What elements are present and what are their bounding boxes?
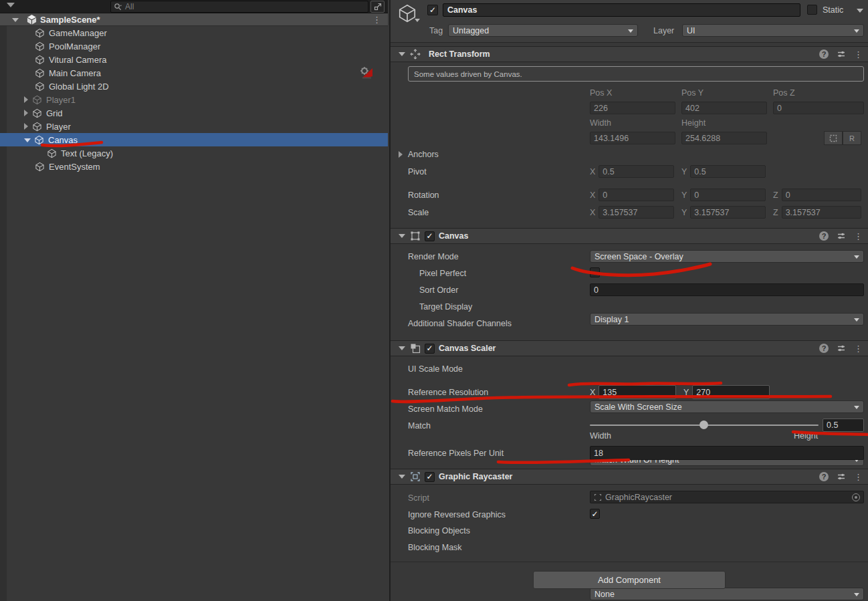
object-picker-icon[interactable]: [852, 493, 860, 501]
pixel-perfect-checkbox[interactable]: [590, 267, 600, 277]
sort-order-field[interactable]: 0: [590, 283, 864, 296]
hierarchy-item-gamemanager[interactable]: GameManager: [0, 26, 388, 39]
width-value: 143.1496: [594, 134, 629, 143]
hierarchy-item-player[interactable]: Player: [0, 120, 388, 133]
help-icon[interactable]: ?: [819, 231, 829, 241]
hierarchy-dropdown-icon[interactable]: [7, 3, 15, 7]
kebab-menu-icon[interactable]: ⋮: [854, 344, 863, 354]
scene-name: SampleScene*: [40, 15, 100, 25]
canvas-component-header[interactable]: ✓ Canvas ? ⋮: [391, 228, 868, 244]
raw-edit-label: R: [849, 134, 855, 142]
chevron-down-icon: [854, 29, 859, 33]
tag-dropdown[interactable]: Untagged: [448, 24, 638, 37]
canvas-enabled-checkbox[interactable]: ✓: [425, 231, 435, 241]
static-dropdown-icon[interactable]: [857, 9, 863, 13]
reference-resolution-x-field[interactable]: 135: [599, 385, 676, 399]
kebab-menu-icon[interactable]: ⋮: [854, 472, 863, 482]
match-value-field[interactable]: 0.5: [823, 418, 864, 432]
kebab-menu-icon[interactable]: ⋮: [854, 49, 863, 59]
canvas-component-icon: [410, 231, 421, 241]
add-component-button[interactable]: Add Component: [533, 571, 726, 589]
gameobject-cube-icon: [32, 122, 42, 132]
reference-resolution-label: Reference Resolution: [408, 388, 488, 397]
match-slider-handle[interactable]: [699, 420, 708, 429]
blocking-objects-dropdown[interactable]: None: [590, 588, 864, 600]
foldout-expanded-icon[interactable]: [399, 346, 405, 350]
popout-icon[interactable]: [370, 1, 385, 13]
script-field[interactable]: GraphicRaycaster: [590, 491, 864, 503]
rotation-x-field[interactable]: 0: [599, 189, 674, 201]
gameobject-header: ✓ Canvas Static Tag Untagged Layer UI: [391, 0, 868, 43]
foldout-expanded-icon[interactable]: [399, 52, 405, 56]
hierarchy-item-canvas-selected[interactable]: Canvas: [0, 133, 388, 146]
ui-scale-mode-dropdown[interactable]: Scale With Screen Size: [590, 400, 864, 413]
kebab-menu-icon[interactable]: ⋮: [854, 231, 863, 241]
hierarchy-item-poolmanager[interactable]: PoolManager: [0, 39, 388, 53]
rect-transform-header[interactable]: Rect Transform ? ⋮: [391, 46, 868, 62]
graphic-raycaster-enabled-checkbox[interactable]: ✓: [425, 472, 435, 482]
reference-ppu-field[interactable]: 18: [590, 446, 864, 460]
gameobject-name: Canvas: [447, 5, 477, 15]
presets-icon[interactable]: [837, 472, 846, 481]
hierarchy-search-input[interactable]: All: [110, 1, 368, 13]
help-icon[interactable]: ?: [819, 49, 829, 59]
gameobject-icon-dropdown[interactable]: [415, 19, 420, 22]
target-display-dropdown[interactable]: Display 1: [590, 313, 864, 326]
foldout-expanded-icon[interactable]: [399, 475, 405, 479]
canvas-scaler-enabled-checkbox[interactable]: ✓: [425, 344, 435, 354]
foldout-collapsed-icon[interactable]: [24, 96, 28, 103]
presets-icon[interactable]: [837, 344, 846, 353]
presets-icon[interactable]: [837, 49, 846, 59]
hierarchy-item-main-camera[interactable]: Main Camera: [0, 66, 388, 80]
render-mode-dropdown[interactable]: Screen Space - Overlay: [590, 250, 864, 263]
gameobject-cube-icon: [35, 82, 45, 92]
scale-z-field[interactable]: 3.157537: [782, 206, 861, 219]
help-icon[interactable]: ?: [819, 344, 829, 353]
hierarchy-item-eventsystem[interactable]: EventSystem: [0, 160, 388, 173]
gameobject-name-field[interactable]: Canvas: [443, 3, 800, 17]
rotation-y-field[interactable]: 0: [690, 189, 766, 201]
pos-x-field[interactable]: 226: [590, 102, 675, 114]
scene-foldout-icon[interactable]: [12, 18, 19, 22]
anchors-foldout-icon[interactable]: [399, 151, 403, 158]
scale-x-field[interactable]: 3.157537: [599, 206, 674, 219]
foldout-collapsed-icon[interactable]: [24, 110, 28, 116]
scene-header-row[interactable]: SampleScene* ⋮: [0, 13, 388, 26]
width-field[interactable]: 143.1496: [590, 132, 675, 144]
hierarchy-item-global-light-2d[interactable]: Global Light 2D: [0, 80, 388, 93]
canvas-scaler-header[interactable]: ✓ Canvas Scaler ? ⋮: [391, 340, 868, 356]
hierarchy-item-grid[interactable]: Grid: [0, 106, 388, 120]
height-field[interactable]: 254.6288: [681, 132, 767, 144]
scale-y-field[interactable]: 3.157537: [690, 206, 766, 219]
rotation-z-field[interactable]: 0: [782, 189, 861, 201]
help-icon[interactable]: ?: [819, 472, 829, 481]
raw-edit-mode-button[interactable]: R: [843, 131, 861, 145]
foldout-expanded-icon[interactable]: [399, 234, 405, 238]
gameobject-enabled-checkbox[interactable]: ✓: [427, 5, 438, 15]
foldout-expanded-icon[interactable]: [24, 138, 31, 142]
chevron-down-icon: [854, 255, 859, 259]
ignore-reversed-graphics-checkbox[interactable]: ✓: [590, 509, 600, 519]
hierarchy-item-text-legacy[interactable]: Text (Legacy): [0, 146, 388, 160]
presets-icon[interactable]: [837, 231, 846, 241]
pos-z-field[interactable]: 0: [773, 102, 864, 114]
graphic-raycaster-header[interactable]: ✓ Graphic Raycaster ? ⋮: [391, 469, 868, 485]
static-checkbox[interactable]: [807, 5, 817, 15]
scene-kebab-icon[interactable]: ⋮: [372, 15, 381, 25]
blueprint-mode-button[interactable]: [824, 131, 843, 145]
item-label: Text (Legacy): [61, 148, 113, 158]
chevron-down-icon: [854, 406, 859, 409]
layer-dropdown[interactable]: UI: [682, 24, 864, 37]
component-title: Canvas Scaler: [439, 344, 496, 353]
foldout-collapsed-icon[interactable]: [24, 123, 28, 130]
hierarchy-item-vitural-camera[interactable]: Vitural Camera: [0, 53, 388, 66]
component-title: Rect Transform: [429, 49, 490, 59]
pivot-x-field[interactable]: 0.5: [599, 165, 674, 178]
pivot-y-field[interactable]: 0.5: [690, 165, 766, 178]
scale-y-group: Y 3.157537: [681, 206, 766, 219]
pos-y-field[interactable]: 402: [681, 102, 767, 114]
tag-value: Untagged: [453, 26, 489, 35]
reference-resolution-y-field[interactable]: 270: [692, 385, 770, 399]
match-label: Match: [408, 421, 431, 431]
hierarchy-item-player1[interactable]: Player1: [0, 93, 388, 106]
